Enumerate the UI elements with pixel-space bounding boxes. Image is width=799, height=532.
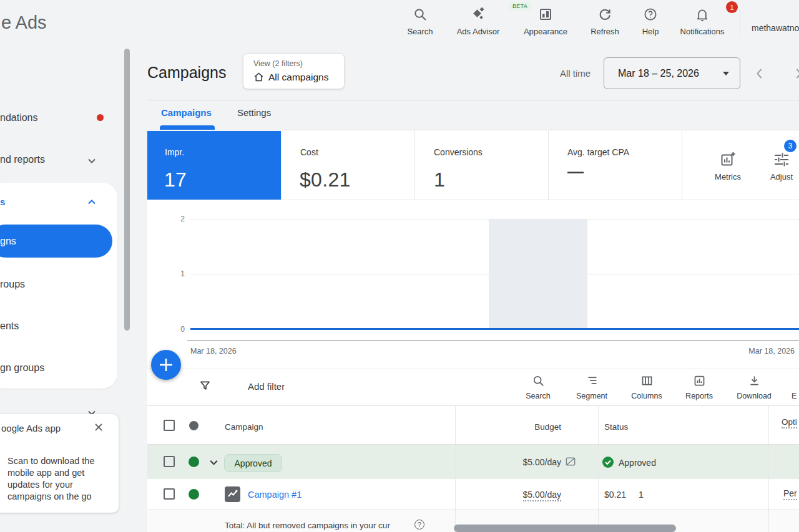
x-label-left: Mar 18, 2026 — [190, 347, 237, 355]
scorecard-conversions[interactable]: Conversions 1 — [414, 131, 548, 200]
topbar-search-label: Search — [407, 27, 433, 36]
topbar-notifications-button[interactable]: 1 Notifications — [672, 5, 732, 36]
filter-funnel-icon[interactable] — [199, 379, 212, 392]
segment-button[interactable]: Segment — [567, 374, 617, 400]
chevron-down-icon[interactable] — [87, 156, 97, 166]
status-filter-dot[interactable] — [189, 421, 199, 430]
google-ads-logo: e Ads — [1, 12, 47, 33]
sidebar-scrollbar[interactable] — [124, 49, 130, 331]
topbar-notifications-label: Notifications — [680, 27, 725, 36]
campaign-budget-value[interactable]: $5.00/day — [523, 490, 562, 501]
notifications-count-badge: 1 — [726, 1, 738, 13]
sidebar-item-campaign-groups[interactable]: gn groups — [0, 362, 44, 374]
topbar-ads-advisor-label: Ads Advisor — [457, 27, 500, 36]
filter-row-status-dot[interactable] — [189, 457, 199, 467]
columns-label: Columns — [631, 392, 662, 400]
table-search-button[interactable]: Search — [513, 374, 563, 400]
date-prev-chevron-icon[interactable] — [753, 67, 767, 80]
scorecard-cost-label: Cost — [300, 147, 318, 157]
header-status[interactable]: Status — [604, 422, 628, 432]
campaign-row-border — [147, 510, 799, 510]
caret-down-icon — [723, 72, 729, 75]
scorecard-divider-2 — [414, 131, 415, 200]
sidebar-recommendations-label: ndations — [0, 112, 38, 123]
adjust-count-badge: 3 — [784, 140, 797, 152]
topbar-divider — [740, 10, 740, 34]
page-title: Campaigns — [147, 64, 226, 82]
campaign-row-budget[interactable]: $5.00/day — [476, 490, 561, 500]
col-separator-campaign-budget — [455, 406, 456, 532]
select-all-checkbox[interactable] — [164, 420, 175, 431]
scorecard-avg-target-cpa[interactable]: Avg. target CPA — — [548, 131, 682, 200]
campaign-row-cost: $0.21 — [604, 490, 626, 500]
sidebar-experiments-label: ents — [0, 321, 19, 331]
topbar-appearance-label: Appearance — [524, 27, 567, 36]
date-range-picker[interactable]: Mar 18 – 25, 2026 — [604, 57, 740, 89]
help-circle-icon[interactable]: ? — [414, 520, 424, 530]
sidebar-item-ad-groups[interactable]: roups — [0, 279, 25, 290]
campaign-row-checkbox[interactable] — [164, 488, 175, 500]
header-budget[interactable]: Budget — [499, 422, 561, 432]
view-filter-label: View (2 filters) — [253, 59, 303, 68]
adjust-sliders-icon: 3 — [773, 150, 790, 168]
sidebar-section-header[interactable]: s — [0, 196, 5, 207]
y-tick-0: 0 — [176, 325, 185, 334]
appearance-icon — [538, 5, 553, 24]
topbar-appearance-button[interactable]: Appearance — [516, 5, 576, 36]
gridline-2 — [190, 219, 799, 220]
campaign-name-link[interactable]: Campaign #1 — [248, 490, 301, 500]
scorecard-impressions-selected[interactable]: Impr. 17 — [147, 131, 281, 200]
add-filter-button[interactable]: Add filter — [248, 381, 285, 392]
sidebar-campaign-groups-label: gn groups — [0, 362, 44, 373]
add-campaign-fab[interactable] — [151, 350, 181, 380]
sidebar-campaigns-label: gns — [0, 236, 16, 247]
sidebar-reports-label: nd reports — [0, 154, 45, 165]
date-range-value: Mar 18 – 25, 2026 — [618, 68, 699, 79]
chart-range-slider-track[interactable] — [187, 340, 799, 341]
topbar-ads-advisor-button[interactable]: BETA Ads Advisor — [448, 5, 508, 36]
search-icon — [413, 5, 428, 24]
app-card-body: Scan to download the mobile app and get … — [7, 455, 106, 503]
filter-row-chevron-down-icon[interactable] — [208, 457, 219, 468]
status-chip-approved[interactable]: Approved — [224, 454, 282, 472]
header-optimization-score[interactable]: Opti — [782, 417, 797, 428]
header-campaign[interactable]: Campaign — [225, 422, 263, 432]
adjust-button[interactable]: 3 Adjust — [755, 150, 799, 181]
sidebar-item-experiments[interactable]: ents — [0, 321, 19, 332]
topbar-search-button[interactable]: Search — [390, 5, 450, 36]
scorecard-bottom-border — [147, 200, 799, 200]
table-horizontal-scrollbar[interactable] — [454, 525, 676, 532]
view-filter-chip[interactable]: View (2 filters) All campaigns — [243, 53, 345, 89]
filter-row-checkbox[interactable] — [164, 456, 175, 467]
segment-icon — [586, 374, 599, 387]
scorecard-cost[interactable]: Cost $0.21 — [281, 131, 414, 200]
chevron-up-icon[interactable] — [87, 197, 97, 207]
sidebar-item-insights-reports[interactable]: nd reports — [0, 154, 45, 165]
close-icon[interactable] — [93, 422, 104, 433]
x-label-right: Mar 18, 2026 — [732, 347, 795, 355]
filter-row-budget[interactable]: $5.00/day — [476, 457, 561, 467]
tab-settings[interactable]: Settings — [237, 107, 271, 118]
scorecard-conversions-value: 1 — [434, 168, 445, 191]
campaign-type-chart-icon — [225, 486, 240, 502]
expand-button[interactable]: E — [792, 392, 797, 400]
sidebar-item-recommendations[interactable]: ndations — [0, 112, 38, 123]
all-time-label: All time — [560, 68, 591, 79]
columns-icon — [640, 374, 654, 387]
ads-app-promo-card: oogle Ads app Scan to download the mobil… — [0, 414, 119, 513]
campaign-status-dot[interactable] — [189, 489, 199, 500]
header-divider — [147, 100, 799, 100]
reports-button[interactable]: Reports — [674, 374, 724, 400]
tab-campaigns[interactable]: Campaigns — [161, 107, 212, 118]
scorecard-impr-label: Impr. — [165, 147, 184, 157]
toolbar-top-border — [147, 369, 799, 369]
download-label: Download — [737, 392, 772, 400]
account-name[interactable]: methawatno — [752, 23, 799, 33]
topbar-help-button[interactable]: Help — [620, 5, 680, 36]
sidebar-item-campaigns-active[interactable]: gns — [0, 225, 112, 258]
download-button[interactable]: Download — [729, 374, 779, 400]
columns-button[interactable]: Columns — [622, 374, 672, 400]
date-next-chevron-icon[interactable] — [792, 67, 799, 80]
metrics-button[interactable]: Metrics — [702, 150, 754, 181]
reports-label: Reports — [685, 392, 713, 400]
